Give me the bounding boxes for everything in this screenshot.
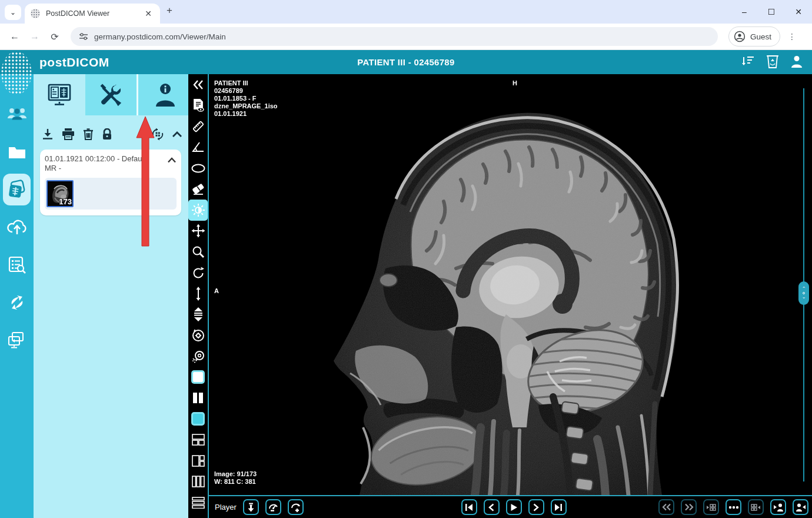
browser-menu-icon[interactable]: ⋮ [786,32,798,41]
annotation-arrow [134,115,157,248]
patient-id: 02456789 [214,87,278,95]
thumbnail-image-count: 173 [59,197,72,206]
layout-1x2-button[interactable] [188,388,208,409]
viewer-toolbar [188,74,209,518]
reset-settings-button[interactable] [188,325,208,346]
next-series-button[interactable] [681,499,697,515]
report-view-button[interactable] [188,95,208,117]
series-description: dzne_MPRAGE_1iso [214,102,278,110]
browser-navbar: ← → ⟳ germany.postdicom.com/Viewer/Main … [0,24,812,50]
series-thumbnail[interactable]: 173 [46,180,74,207]
study-date: 01.01.1921 [214,110,278,118]
reload-button[interactable]: ⟳ [45,31,65,42]
forward-button[interactable]: → [25,31,45,42]
skip-first-icon [465,503,473,512]
window-minimize-button[interactable]: – [731,7,758,16]
download-icon[interactable] [42,128,54,140]
patient-info-overlay: PATIENT III 02456789 01.01.1853 - F dzne… [214,79,278,118]
delete-icon[interactable] [83,128,94,140]
eraser-tool-button[interactable] [188,179,208,200]
play-button[interactable] [506,499,522,515]
postdicom-favicon [31,9,40,18]
zoom-tool-button[interactable] [188,241,208,263]
pan-tool-button[interactable] [188,221,208,242]
grid-3col-button[interactable] [188,471,208,493]
speed-minus-icon [268,503,278,512]
play-icon [510,503,518,512]
chevron-down-icon: ⌄ [10,8,16,16]
speed-decrease-button[interactable] [265,499,281,515]
image-viewport[interactable]: PATIENT III 02456789 01.01.1853 - F dzne… [209,74,812,495]
new-tab-button[interactable]: + [167,5,172,16]
next-layout-button[interactable] [748,499,764,515]
tab-tools[interactable] [85,74,137,115]
first-image-button[interactable] [461,499,477,515]
study-collapse-icon[interactable] [167,157,177,164]
connected-screens-icon [8,331,26,349]
layout-1x1-button[interactable] [188,367,208,388]
profile-button[interactable]: Guest [728,26,780,47]
tab-search-button[interactable]: ⌄ [5,5,21,20]
sidebar-item-transfer[interactable] [0,284,34,321]
collapse-series-icon[interactable] [172,131,182,138]
tab-viewer[interactable] [34,74,85,115]
print-icon[interactable] [62,128,75,140]
grid-rows-button[interactable] [188,492,208,513]
monitor-report-icon [46,84,72,106]
prev-layout-button[interactable] [703,499,719,515]
orientation-marker-top: H [513,79,517,87]
angle-tool-button[interactable] [188,137,208,158]
sidebar-item-folders[interactable] [0,133,34,171]
collapse-panel-button[interactable] [188,74,208,95]
site-settings-icon[interactable] [79,32,88,41]
recycle-bin-icon[interactable] [766,54,779,69]
sidebar-item-share[interactable] [0,321,34,359]
slice-scrollbar-thumb[interactable]: ⌃ ⌄ [798,281,809,305]
sidebar-item-patients[interactable] [0,95,34,133]
chevron-down-icon: ⌄ [802,295,806,300]
study-card[interactable]: 01.01.1921 00:12:00 - Default MR - [40,150,181,215]
double-chevron-right-icon [684,503,694,511]
patient-title: PATIENT III - 02456789 [0,57,812,67]
browser-tab-strip: ⌄ PostDICOM Viewer ✕ + – ☐ ✕ [0,0,812,24]
grid-1-2-button[interactable] [188,450,208,471]
auto-adjust-button[interactable] [188,346,208,367]
ellipse-roi-button[interactable] [188,158,208,179]
browser-tab[interactable]: PostDICOM Viewer ✕ [25,4,160,24]
cine-stack-button[interactable] [188,304,208,326]
mri-brain-image [209,74,812,495]
patient-right-icon [796,503,806,512]
chevron-up-icon: ⌃ [802,287,806,291]
next-image-button[interactable] [528,499,544,515]
user-icon[interactable] [790,54,804,68]
url-bar[interactable]: germany.postdicom.com/Viewer/Main [71,27,718,46]
last-image-button[interactable] [551,499,567,515]
series-panel: 01.01.1921 00:12:00 - Default MR - [34,74,188,518]
window-close-button[interactable]: ✕ [785,7,812,16]
grid-2x2-button[interactable] [188,430,208,451]
speed-increase-button[interactable] [288,499,304,515]
skip-last-icon [554,503,563,512]
sidebar-item-worklist[interactable] [0,246,34,284]
previous-image-button[interactable] [484,499,500,515]
lock-icon[interactable] [102,128,112,140]
scroll-slices-button[interactable] [188,283,208,304]
sidebar-item-upload[interactable] [0,208,34,246]
player-label: Player [215,503,237,512]
more-options-button[interactable] [726,499,741,515]
prev-series-button[interactable] [658,499,674,515]
rotate-tool-button[interactable] [188,263,208,284]
sort-icon[interactable] [741,54,756,68]
play-direction-button[interactable] [243,499,259,515]
next-patient-button[interactable] [793,499,808,515]
sidebar-item-viewer[interactable] [0,171,34,208]
tab-patient-info[interactable] [137,74,188,115]
chevron-right-icon [533,503,540,512]
window-maximize-button[interactable]: ☐ [758,7,785,16]
back-button[interactable]: ← [5,31,25,42]
previous-patient-button[interactable] [770,499,786,515]
ruler-tool-button[interactable] [188,116,208,137]
tab-close-icon[interactable]: ✕ [142,8,154,19]
series-layout-button[interactable] [188,409,208,430]
window-level-button[interactable] [188,200,208,221]
